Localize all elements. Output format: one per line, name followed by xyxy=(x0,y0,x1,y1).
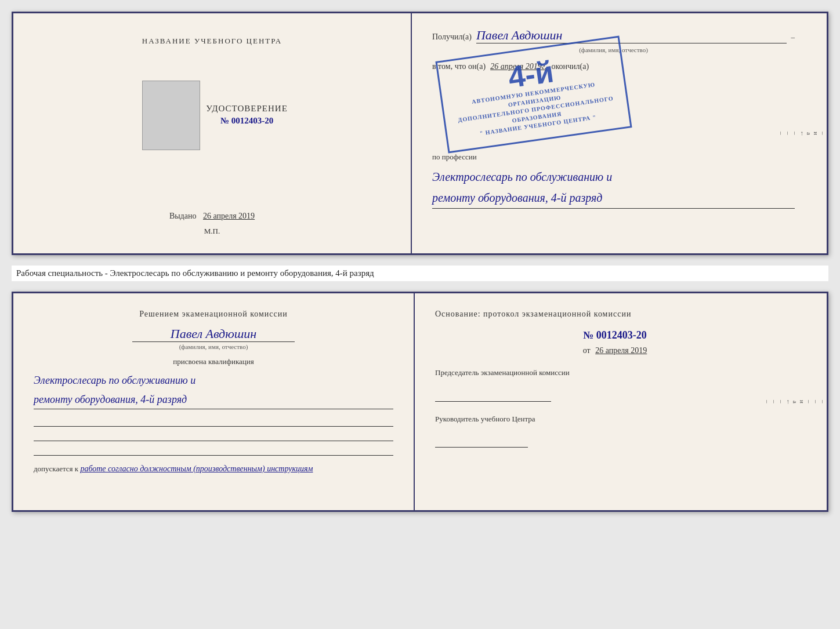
chairman-sig-line xyxy=(435,384,551,402)
received-label: Получил(а) xyxy=(432,32,472,42)
issued-line: Выдано 26 апреля 2019 xyxy=(169,200,255,221)
recipient-name: Павел Авдюшин xyxy=(476,28,787,43)
top-right-panel: Получил(а) Павел Авдюшин – (фамилия, имя… xyxy=(412,13,815,253)
middle-text: Рабочая специальность - Электрослесарь п… xyxy=(12,266,828,281)
bottom-left-panel: Решением экаменационной комиссии Павел А… xyxy=(13,293,415,510)
protocol-number: № 0012403-20 xyxy=(435,329,795,341)
photo-placeholder xyxy=(142,81,200,150)
bottom-right-panel: Основание: протокол экзаменационной коми… xyxy=(415,293,815,510)
stamp-text: АВТОНОМНУЮ НЕКОММЕРЧЕСКУЮ ОРГАНИЗАЦИЮ ДО… xyxy=(448,78,623,141)
bottom-fio-sublabel: (фамилия, имя, отчество) xyxy=(34,343,393,350)
issued-date: Выдано 26 апреля 2019 xyxy=(169,212,255,220)
director-label: Руководитель учебного Центра xyxy=(435,413,795,425)
chairman-label: Председатель экзаменационной комиссии xyxy=(435,367,795,379)
in-that-line: в том, что он(а) 26 апреля 2019г. окончи… xyxy=(432,62,795,71)
top-certificate: НАЗВАНИЕ УЧЕБНОГО ЦЕНТРА УДОСТОВЕРЕНИЕ №… xyxy=(12,12,828,255)
mp-label: М.П. xyxy=(204,227,220,236)
cert-date: 26 апреля 2019г. xyxy=(490,62,546,71)
from-date: от 26 апреля 2019 xyxy=(435,346,795,355)
cert-number: № 0012403-20 xyxy=(220,116,273,126)
right-strip-top: – и а ← – – – xyxy=(815,13,827,253)
allowed-detail: работе согласно должностным (производств… xyxy=(80,464,313,473)
right-strip-bottom: – – – и а ← – – – xyxy=(815,293,827,510)
director-sig-line xyxy=(435,430,528,448)
qualification-text: Электрослесарь по обслуживанию и ремонту… xyxy=(34,371,393,409)
signature-lines xyxy=(34,415,393,456)
bottom-certificate: Решением экаменационной комиссии Павел А… xyxy=(12,292,828,512)
top-title: НАЗВАНИЕ УЧЕБНОГО ЦЕНТРА xyxy=(142,37,282,46)
basis-text: Основание: протокол экзаменационной коми… xyxy=(435,308,795,321)
recipient-line: Получил(а) Павел Авдюшин – xyxy=(432,28,795,43)
bottom-recipient-name: Павел Авдюшин xyxy=(132,326,295,342)
fio-sublabel: (фамилия, имя, отчество) xyxy=(432,46,795,53)
qualification-label: присвоена квалификация xyxy=(34,357,393,366)
allowed-text: допускается к работе согласно должностны… xyxy=(34,464,393,474)
cert-word: УДОСТОВЕРЕНИЕ xyxy=(206,104,288,114)
profession-text: Электрослесарь по обслуживанию и ремонту… xyxy=(432,166,795,209)
profession-label: по профессии xyxy=(432,152,795,162)
top-left-panel: НАЗВАНИЕ УЧЕБНОГО ЦЕНТРА УДОСТОВЕРЕНИЕ №… xyxy=(13,13,412,253)
decision-text: Решением экаменационной комиссии xyxy=(34,308,393,321)
finished-label: окончил(а) xyxy=(551,62,589,71)
